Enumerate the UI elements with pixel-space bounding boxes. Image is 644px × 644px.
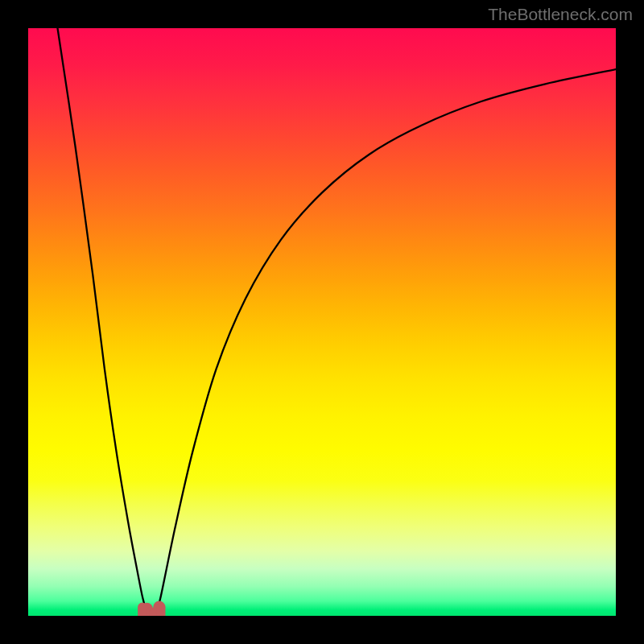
chart-frame: TheBottleneck.com [0,0,644,644]
curve-layer [28,28,616,616]
plot-area [28,28,616,616]
watermark-text: TheBottleneck.com [488,5,633,24]
bottleneck-curve [58,28,617,616]
